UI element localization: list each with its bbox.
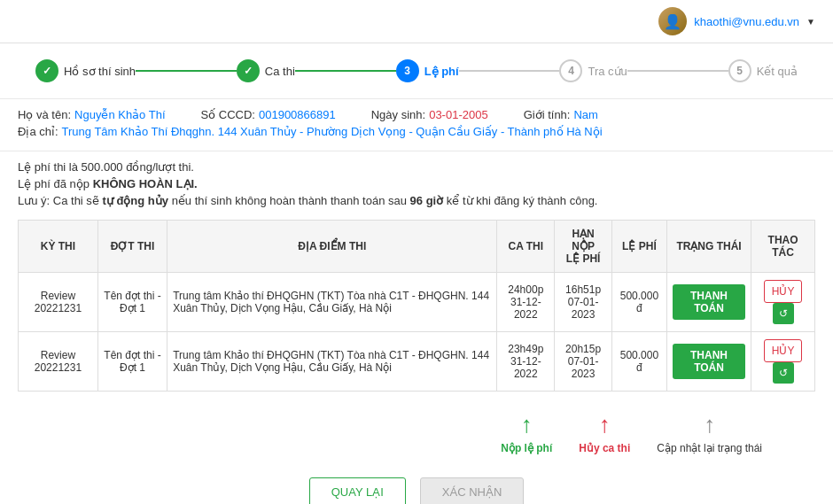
huy-button-2[interactable]: HỦY xyxy=(764,339,803,362)
auto-cancel-text: tự động hủy xyxy=(102,194,168,207)
gender-label: Giới tính: xyxy=(524,108,571,121)
info-row-2: Địa chỉ: Trung Tâm Khảo Thí Đhqghn. 144 … xyxy=(18,125,815,138)
annotation-cap-nhat: ↑ Cập nhật lại trạng thái xyxy=(657,411,762,454)
dob-label: Ngày sinh: xyxy=(371,108,425,121)
refresh-button-2[interactable]: ↺ xyxy=(773,362,794,384)
huy-ca-thi-label: Hủy ca thi xyxy=(579,442,630,454)
header: 👤 khaothi@vnu.edu.vn ▼ xyxy=(0,0,833,43)
address-label: Địa chỉ: xyxy=(18,125,58,138)
col-dia-diem: ĐỊA ĐIỂM THI xyxy=(167,221,497,273)
col-han-nop: HẠN NỘPLỆ PHÍ xyxy=(555,221,612,273)
thanhtoan-button-2[interactable]: THANH TOÁN xyxy=(673,344,745,379)
row1-trang-thai: THANH TOÁN xyxy=(666,273,751,332)
huy-button-1[interactable]: HỦY xyxy=(764,280,803,303)
header-row: KỲ THI ĐỢT THI ĐỊA ĐIỂM THI CA THI HẠN N… xyxy=(19,221,815,273)
thanhtoan-button-1[interactable]: THANH TOÁN xyxy=(673,284,745,320)
table-row: Review 20221231 Tên đợt thi - Đợt 1 Trun… xyxy=(19,273,815,332)
row1-ca-thi: 24h00p31-12-2022 xyxy=(497,273,555,332)
nop-le-phi-arrow: ↑ xyxy=(521,411,533,438)
table-body: Review 20221231 Tên đợt thi - Đợt 1 Trun… xyxy=(19,273,815,392)
xac-nhan-button: XÁC NHẬN xyxy=(420,477,525,504)
step-4: 4 Tra cứu xyxy=(559,59,627,82)
step-2: ✓ Ca thi xyxy=(237,59,295,82)
step-line-1-2 xyxy=(136,70,237,72)
hours-text: 96 giờ xyxy=(410,194,444,207)
username-label: khaothi@vnu.edu.vn xyxy=(694,15,799,28)
step-4-label: Tra cứu xyxy=(588,65,627,78)
cap-nhat-arrow: ↑ xyxy=(704,411,715,438)
notice-line-3: Lưu ý: Ca thi sẽ tự động hủy nếu thí sin… xyxy=(18,194,815,207)
notice-line-1: Lệ phí thi là 500.000 đồng/lượt thi. xyxy=(18,160,815,174)
step-2-circle: ✓ xyxy=(237,59,260,82)
step-3-circle: 3 xyxy=(396,59,419,82)
gender-item: Giới tính: Nam xyxy=(524,108,598,121)
cccd-item: Số CCCD: 001900866891 xyxy=(201,108,336,121)
row2-thao-tac: HỦY ↺ xyxy=(751,332,815,392)
user-info: 👤 khaothi@vnu.edu.vn ▼ xyxy=(658,7,815,35)
gender-value: Nam xyxy=(573,108,597,121)
step-5: 5 Kết quả xyxy=(728,59,798,82)
row2-le-phi: 500.000 đ xyxy=(611,332,666,392)
annotations-area: ↑ Nộp lệ phí ↑ Hủy ca thi ↑ Cập nhật lại… xyxy=(0,404,833,463)
row1-han-nop: 16h51p07-01-2023 xyxy=(555,273,612,332)
row2-ky-thi: Review 20221231 xyxy=(19,332,98,392)
annotation-huy-ca-thi: ↑ Hủy ca thi xyxy=(579,411,630,454)
table-row: Review 20221231 Tên đợt thi - Đợt 1 Trun… xyxy=(19,332,815,392)
col-dot-thi: ĐỢT THI xyxy=(97,221,167,273)
address-value: Trung Tâm Khảo Thí Đhqghn. 144 Xuân Thủy… xyxy=(62,125,603,138)
row1-dot-thi: Tên đợt thi - Đợt 1 xyxy=(97,273,167,332)
user-dropdown-arrow[interactable]: ▼ xyxy=(806,17,815,27)
name-value: Nguyễn Khảo Thí xyxy=(74,108,165,121)
huy-ca-thi-arrow: ↑ xyxy=(599,411,611,438)
row2-dot-thi: Tên đợt thi - Đợt 1 xyxy=(97,332,167,392)
steps-bar: ✓ Hồ sơ thí sinh ✓ Ca thi 3 Lệ phí 4 Tra… xyxy=(0,43,833,99)
row1-ky-thi: Review 20221231 xyxy=(19,273,98,332)
step-5-circle: 5 xyxy=(728,59,751,82)
candidate-info: Họ và tên: Nguyễn Khảo Thí Số CCCD: 0019… xyxy=(0,99,833,151)
step-3: 3 Lệ phí xyxy=(396,59,459,82)
step-line-2-3 xyxy=(295,70,396,72)
dob-value: 03-01-2005 xyxy=(429,108,488,121)
cccd-value: 001900866891 xyxy=(259,108,336,121)
step-2-label: Ca thi xyxy=(265,65,295,78)
col-le-phi: LỆ PHÍ xyxy=(611,221,666,273)
col-thao-tac: THAO TÁC xyxy=(751,221,815,273)
annotation-nop-le-phi: ↑ Nộp lệ phí xyxy=(501,411,552,454)
bottom-actions: QUAY LẠI XÁC NHẬN xyxy=(0,463,833,504)
dob-item: Ngày sinh: 03-01-2005 xyxy=(371,108,488,121)
fee-table-section: KỲ THI ĐỢT THI ĐỊA ĐIỂM THI CA THI HẠN N… xyxy=(0,220,833,400)
step-1-label: Hồ sơ thí sinh xyxy=(64,65,136,78)
step-line-3-4 xyxy=(459,70,560,72)
name-item: Họ và tên: Nguyễn Khảo Thí xyxy=(18,108,166,121)
fee-table: KỲ THI ĐỢT THI ĐỊA ĐIỂM THI CA THI HẠN N… xyxy=(18,220,815,392)
col-ca-thi: CA THI xyxy=(497,221,555,273)
cccd-label: Số CCCD: xyxy=(201,108,255,121)
nop-le-phi-label: Nộp lệ phí xyxy=(501,442,552,454)
quay-lai-button[interactable]: QUAY LẠI xyxy=(309,477,406,504)
name-label: Họ và tên: xyxy=(18,108,71,121)
row1-thao-tac: HỦY ↺ xyxy=(751,273,815,332)
step-1: ✓ Hồ sơ thí sinh xyxy=(35,59,136,82)
col-trang-thai: TRẠNG THÁI xyxy=(666,221,751,273)
row2-ca-thi: 23h49p31-12-2022 xyxy=(497,332,555,392)
address-item: Địa chỉ: Trung Tâm Khảo Thí Đhqghn. 144 … xyxy=(18,125,603,138)
step-1-circle: ✓ xyxy=(35,59,58,82)
row1-le-phi: 500.000 đ xyxy=(611,273,666,332)
row2-dia-diem: Trung tâm Khảo thí ĐHQGHN (TKT) Tòa nhà … xyxy=(167,332,497,392)
step-5-label: Kết quả xyxy=(757,65,798,78)
refresh-button-1[interactable]: ↺ xyxy=(773,303,794,324)
row1-dia-diem: Trung tâm Khảo thí ĐHQGHN (TKT) Tòa nhà … xyxy=(167,273,497,332)
notice-line-2: Lệ phí đã nộp KHÔNG HOÀN LẠI. xyxy=(18,177,815,190)
notice-section: Lệ phí thi là 500.000 đồng/lượt thi. Lệ … xyxy=(0,151,833,220)
step-3-label: Lệ phí xyxy=(424,65,459,78)
row2-trang-thai: THANH TOÁN xyxy=(666,332,751,392)
avatar: 👤 xyxy=(658,7,687,35)
row2-han-nop: 20h15p07-01-2023 xyxy=(555,332,612,392)
info-row-1: Họ và tên: Nguyễn Khảo Thí Số CCCD: 0019… xyxy=(18,108,815,121)
table-header: KỲ THI ĐỢT THI ĐỊA ĐIỂM THI CA THI HẠN N… xyxy=(19,221,815,273)
step-4-circle: 4 xyxy=(559,59,582,82)
cap-nhat-label: Cập nhật lại trạng thái xyxy=(657,442,762,454)
step-line-4-5 xyxy=(627,70,728,72)
col-ky-thi: KỲ THI xyxy=(19,221,98,273)
no-refund-text: KHÔNG HOÀN LẠI. xyxy=(93,177,198,190)
